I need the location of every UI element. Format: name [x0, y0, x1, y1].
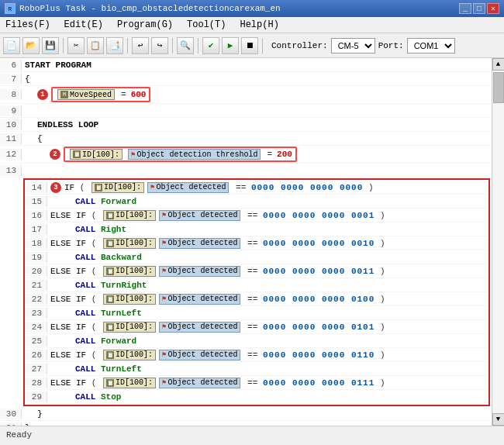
line-18: 18 ELSE IF ( 📋 ID[100]: ⚑ Object detecte… — [26, 236, 488, 250]
undo-button[interactable]: ↩ — [132, 37, 149, 54]
line-20: 20 ELSE IF ( 📋 ID[100]: ⚑ Object detecte… — [26, 264, 488, 278]
func-forward: Forward — [101, 197, 136, 206]
menu-program[interactable]: Program(G) — [115, 19, 175, 31]
minimize-button[interactable]: _ — [459, 3, 471, 14]
elseif-kw-18: ELSE IF — [50, 239, 86, 248]
binary-20: 0000 0000 0000 0011 — [263, 267, 375, 276]
line-13: 13 — [0, 164, 492, 178]
line-29: 29 CALL Stop — [26, 390, 488, 404]
menu-help[interactable]: Help(H) — [237, 19, 281, 31]
find-button[interactable]: 🔍 — [177, 37, 194, 54]
status-text: Ready — [6, 430, 32, 440]
maximize-button[interactable]: □ — [473, 3, 485, 14]
line-9: 9 — [0, 104, 492, 118]
code-17: CALL Right — [72, 224, 488, 235]
menu-edit[interactable]: Edit(E) — [62, 19, 105, 31]
if-kw-14: IF — [64, 183, 74, 192]
window-controls[interactable]: _ □ ✕ — [459, 3, 499, 14]
detected-tag-26: ⚑ Object detected — [159, 350, 240, 360]
call-kw-23: CALL — [75, 309, 95, 318]
line-11: 11 { — [0, 132, 492, 146]
brace-open-2: { — [37, 134, 43, 143]
code-21: CALL TurnRight — [72, 280, 488, 291]
movespeed-box[interactable]: M MoveSpeed = 600 — [51, 87, 150, 102]
scroll-down-button[interactable]: ▼ — [492, 413, 505, 426]
linenum-27: 27 — [26, 364, 47, 374]
controller-label: Controller: — [271, 41, 328, 50]
detection-threshold-tag: ⚑ Object detection threshold — [128, 149, 261, 160]
download-button[interactable]: ▶ — [222, 37, 239, 54]
func-backward: Backward — [101, 253, 142, 262]
main-area: 6 START PROGRAM 7 { 8 1 M MoveSpeed — [0, 58, 504, 426]
linenum-6: 6 — [0, 60, 22, 71]
brace-open-1: { — [25, 74, 30, 84]
line-26: 26 ELSE IF ( 📋 ID[100]: ⚑ Object detecte… — [26, 348, 488, 362]
linenum-12: 12 — [0, 149, 22, 160]
linenum-21: 21 — [26, 280, 47, 291]
stop-button[interactable]: ⏹ — [241, 37, 258, 54]
endless-loop-kw: ENDLESS LOOP — [37, 120, 98, 129]
circle-3: 3 — [50, 182, 61, 193]
code-16: ELSE IF ( 📋 ID[100]: ⚑ Object detected =… — [47, 209, 488, 222]
code-20: ELSE IF ( 📋 ID[100]: ⚑ Object detected =… — [47, 265, 488, 278]
tb-sep-5 — [262, 38, 263, 53]
movespeed-icon: M — [60, 91, 68, 98]
code-30: } — [34, 409, 492, 419]
elseif-kw-22: ELSE IF — [50, 295, 86, 304]
binary-22: 0000 0000 0000 0100 — [263, 295, 375, 304]
code-28: ELSE IF ( 📋 ID[100]: ⚑ Object detected =… — [47, 377, 488, 389]
controller-select[interactable]: CM-5 — [331, 38, 375, 53]
linenum-28: 28 — [26, 378, 47, 388]
menu-tool[interactable]: Tool(T) — [185, 19, 228, 31]
call-kw-27: CALL — [75, 364, 95, 374]
save-button[interactable]: 💾 — [42, 37, 59, 54]
circle-1: 1 — [37, 89, 48, 100]
threshold-val: 200 — [277, 150, 292, 159]
detected-tag-16: ⚑ Object detected — [159, 210, 240, 221]
id100-tag-16: 📋 ID[100]: — [103, 210, 156, 221]
brace-close-2: } — [37, 409, 43, 419]
linenum-11: 11 — [0, 133, 22, 144]
app-icon: R — [5, 3, 16, 14]
scroll-up-button[interactable]: ▲ — [492, 58, 505, 71]
threshold-box[interactable]: 📋 ID[100]: ⚑ Object detection threshold … — [64, 147, 297, 162]
linenum-14: 14 — [26, 182, 47, 193]
code-12: 2 📋 ID[100]: ⚑ Object detection threshol… — [47, 146, 492, 163]
call-kw-17: CALL — [75, 225, 95, 234]
linenum-18: 18 — [26, 238, 47, 249]
tb-sep-2 — [127, 38, 128, 53]
func-stop: Stop — [101, 392, 121, 402]
scroll-thumb[interactable] — [493, 72, 504, 103]
line-7: 7 { — [0, 72, 492, 86]
binary-28: 0000 0000 0000 0111 — [263, 378, 375, 388]
linenum-24: 24 — [26, 322, 47, 333]
linenum-17: 17 — [26, 224, 47, 235]
if-block-box: 14 3 IF ( 📋 ID[100]: ⚑ Object detected =… — [23, 178, 490, 406]
new-button[interactable]: 📄 — [3, 37, 20, 54]
code-24: ELSE IF ( 📋 ID[100]: ⚑ Object detected =… — [47, 321, 488, 333]
paste-button[interactable]: 📑 — [106, 37, 123, 54]
close-button[interactable]: ✕ — [487, 3, 499, 14]
scroll-track[interactable] — [493, 71, 504, 413]
call-kw-29: CALL — [75, 392, 95, 402]
menu-files[interactable]: Files(F) — [3, 19, 53, 31]
binary-14: 0000 0000 0000 0000 — [251, 183, 363, 192]
code-15: CALL Forward — [72, 196, 488, 207]
code-14: 3 IF ( 📋 ID[100]: ⚑ Object detected == 0… — [47, 181, 488, 194]
line-28: 28 ELSE IF ( 📋 ID[100]: ⚑ Object detecte… — [26, 376, 488, 390]
copy-button[interactable]: 📋 — [87, 37, 104, 54]
code-29: CALL Stop — [72, 392, 488, 402]
redo-button[interactable]: ↪ — [151, 37, 168, 54]
line-30: 30 } — [0, 407, 492, 421]
linenum-31: 31 — [0, 423, 22, 426]
port-select[interactable]: COM1 — [407, 38, 455, 53]
scrollbar-right[interactable]: ▲ ▼ — [492, 58, 504, 426]
compile-button[interactable]: ✔ — [202, 37, 219, 54]
code-area[interactable]: 6 START PROGRAM 7 { 8 1 M MoveSpeed — [0, 58, 492, 426]
controller-section: Controller: CM-5 Port: COM1 — [271, 38, 455, 53]
line-6: 6 START PROGRAM — [0, 58, 492, 72]
open-button[interactable]: 📂 — [22, 37, 40, 54]
line-25: 25 CALL Forward — [26, 334, 488, 348]
id100-tag: 📋 ID[100]: — [70, 149, 123, 160]
cut-button[interactable]: ✂ — [67, 37, 85, 54]
